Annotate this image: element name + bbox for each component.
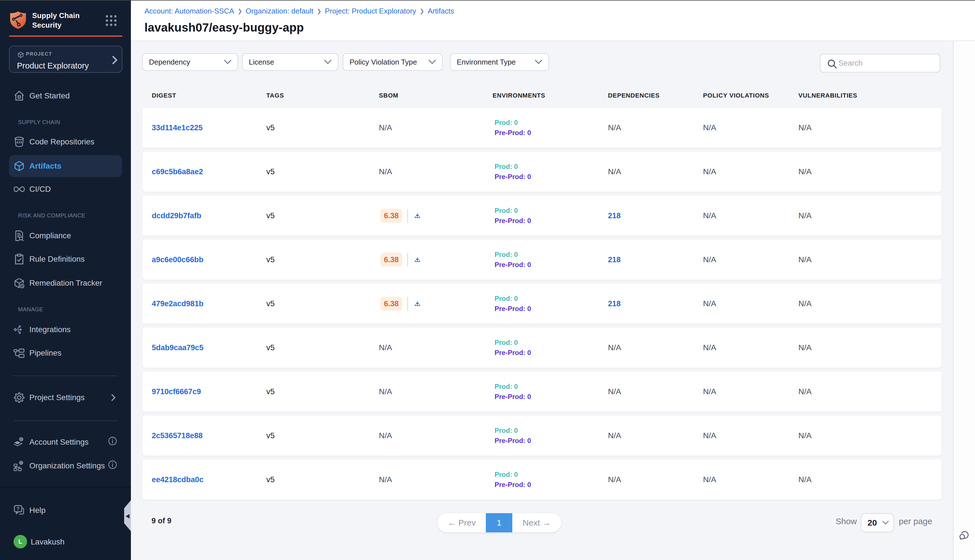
svg-text:?: ? (17, 506, 20, 512)
